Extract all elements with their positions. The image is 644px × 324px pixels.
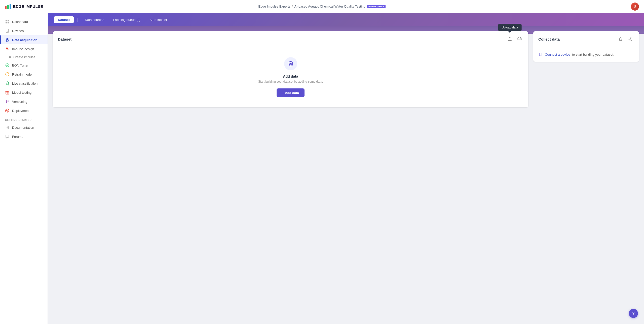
- page-header: Dataset | Data sources Labeling queue (0…: [48, 13, 644, 26]
- tab-labeling-queue[interactable]: Labeling queue (0): [109, 16, 144, 23]
- sidebar-item-impulse-design[interactable]: Impulse design: [0, 44, 48, 53]
- sidebar-item-retrain-model[interactable]: Retrain model: [0, 70, 48, 79]
- svg-rect-15: [508, 40, 512, 41]
- collect-card-title: Collect data: [538, 37, 560, 41]
- add-data-title: Add data: [283, 74, 298, 78]
- sidebar-label-live-classification: Live classification: [12, 82, 37, 85]
- git-branch-icon: [5, 99, 10, 104]
- dataset-card: Dataset Upload data: [53, 31, 528, 107]
- award-icon: [5, 81, 10, 86]
- retrain-icon: [5, 72, 10, 77]
- sidebar-label-documentation: Documentation: [12, 126, 34, 129]
- page-body: Dataset Upload data: [48, 26, 644, 112]
- sidebar-item-devices[interactable]: Devices: [0, 26, 48, 35]
- card-header-actions: Upload data: [506, 35, 523, 43]
- dataset-card-title: Dataset: [58, 37, 71, 41]
- svg-point-17: [630, 39, 631, 40]
- enterprise-badge: ENTERPRISE: [367, 5, 386, 8]
- file-icon: [5, 125, 10, 130]
- breadcrumb: Edge Impulse Experts / AI-based Aquatic …: [53, 5, 591, 8]
- sidebar-item-documentation[interactable]: Documentation: [0, 123, 48, 132]
- tab-divider: |: [77, 17, 78, 22]
- check-circle-icon: [5, 63, 10, 68]
- add-data-icon: [284, 57, 297, 70]
- cards-row: Dataset Upload data: [53, 31, 639, 107]
- sidebar-item-create-impulse[interactable]: Create impulse: [0, 53, 48, 61]
- svg-point-11: [6, 103, 7, 103]
- tab-data-sources[interactable]: Data sources: [81, 16, 108, 23]
- sidebar-label-model-testing: Model testing: [12, 91, 31, 94]
- svg-rect-1: [8, 20, 9, 21]
- sidebar-item-live-classification[interactable]: Live classification: [0, 79, 48, 88]
- svg-point-10: [6, 100, 7, 101]
- cloud-button[interactable]: [516, 35, 523, 43]
- connect-device-row: Connect a device to start building your …: [538, 52, 634, 57]
- top-nav-right: U: [591, 3, 639, 11]
- device-icon: [5, 28, 10, 33]
- logo-icon: [5, 4, 11, 9]
- collect-card-header: Collect data: [533, 31, 639, 47]
- sidebar-label-eon-tuner: EON Tuner: [12, 63, 28, 67]
- sidebar-item-eon-tuner[interactable]: EON Tuner: [0, 61, 48, 70]
- delete-button[interactable]: [617, 35, 624, 43]
- sidebar-label-deployment: Deployment: [12, 109, 29, 113]
- pulse-icon: [5, 47, 10, 51]
- sidebar-item-deployment[interactable]: Deployment: [0, 106, 48, 115]
- top-nav: EDGE IMPULSE Edge Impulse Experts / AI-b…: [0, 0, 644, 13]
- tabs-bar: Dataset | Data sources Labeling queue (0…: [48, 13, 644, 26]
- breadcrumb-parent[interactable]: Edge Impulse Experts: [258, 5, 290, 8]
- tab-dataset[interactable]: Dataset: [54, 16, 74, 23]
- sidebar: Dashboard Devices Data acquisition Impul…: [0, 13, 48, 324]
- svg-point-7: [6, 82, 9, 84]
- sidebar-label-retrain-model: Retrain model: [12, 73, 32, 76]
- upload-tooltip: Upload data: [498, 24, 522, 31]
- sidebar-item-dashboard[interactable]: Dashboard: [0, 17, 48, 26]
- sidebar-item-versioning[interactable]: Versioning: [0, 97, 48, 106]
- collect-card: Collect data: [533, 31, 639, 62]
- sidebar-label-forums: Forums: [12, 135, 23, 139]
- sidebar-item-data-acquisition[interactable]: Data acquisition: [0, 35, 48, 44]
- sidebar-item-model-testing[interactable]: Model testing: [0, 88, 48, 97]
- svg-rect-0: [6, 20, 7, 21]
- device-small-icon: [538, 52, 543, 57]
- breadcrumb-current: AI-based Aquatic Chemical Water Quality …: [294, 5, 365, 8]
- getting-started-label: GETTING STARTED: [0, 115, 48, 123]
- sidebar-label-devices: Devices: [12, 29, 24, 33]
- gift-icon: [5, 90, 10, 95]
- svg-point-5: [7, 31, 8, 32]
- connect-device-suffix: to start building your dataset.: [572, 53, 614, 56]
- collect-card-actions: [617, 35, 634, 43]
- logo[interactable]: EDGE IMPULSE: [5, 4, 53, 9]
- connect-device-link[interactable]: Connect a device: [545, 53, 570, 56]
- upload-button[interactable]: Upload data: [506, 35, 514, 43]
- dataset-card-body: Add data Start building your dataset by …: [53, 47, 528, 107]
- sidebar-label-impulse-design: Impulse design: [12, 47, 34, 51]
- collect-card-body: Connect a device to start building your …: [533, 47, 639, 62]
- message-icon: [5, 134, 10, 139]
- sidebar-label-versioning: Versioning: [12, 100, 27, 104]
- help-button[interactable]: ?: [629, 309, 638, 318]
- collect-settings-button[interactable]: [626, 35, 634, 43]
- content-area: Dataset | Data sources Labeling queue (0…: [48, 13, 644, 324]
- user-avatar[interactable]: U: [631, 3, 639, 11]
- sidebar-label-create-impulse: Create impulse: [13, 55, 35, 59]
- sidebar-label-data-acquisition: Data acquisition: [12, 38, 37, 42]
- main-layout: Dashboard Devices Data acquisition Impul…: [0, 13, 644, 324]
- grid-icon: [5, 19, 10, 24]
- svg-rect-2: [6, 22, 7, 23]
- add-data-subtitle: Start building your dataset by adding so…: [258, 80, 323, 83]
- tab-auto-labeler[interactable]: Auto-labeler: [145, 16, 171, 23]
- svg-rect-3: [8, 22, 9, 23]
- breadcrumb-separator: /: [292, 5, 293, 8]
- box-icon: [5, 108, 10, 113]
- layers-icon: [5, 38, 10, 42]
- svg-point-19: [540, 55, 541, 56]
- sidebar-item-forums[interactable]: Forums: [0, 132, 48, 141]
- add-data-button[interactable]: + Add data: [277, 88, 304, 97]
- sidebar-label-dashboard: Dashboard: [12, 20, 28, 24]
- svg-point-16: [289, 61, 292, 63]
- dot-icon: [9, 56, 11, 58]
- logo-text: EDGE IMPULSE: [13, 4, 43, 9]
- dataset-card-header: Dataset Upload data: [53, 31, 528, 47]
